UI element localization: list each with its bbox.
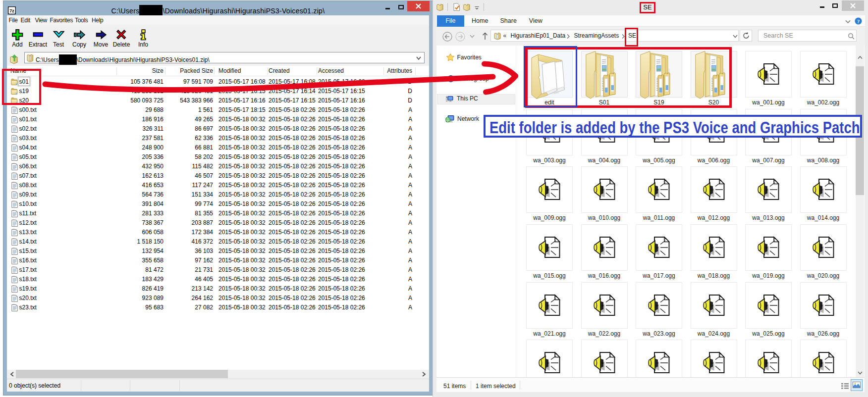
svg-text:?: ? [857,18,860,24]
